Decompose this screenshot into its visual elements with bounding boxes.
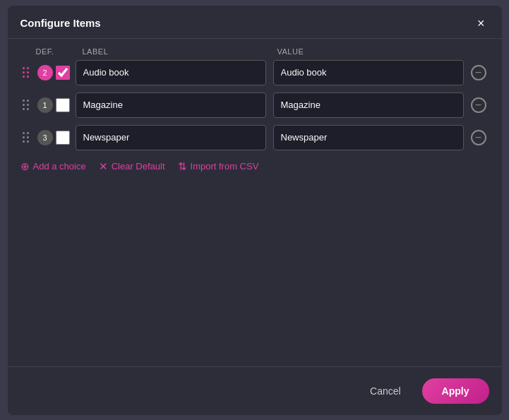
clear-icon: ✕ [99, 160, 108, 173]
drag-handle[interactable] [20, 132, 36, 143]
col-label-header: LABEL [61, 47, 272, 56]
drag-dot [23, 76, 25, 78]
dialog-header: Configure Items × [8, 6, 502, 39]
drag-handle-grid [23, 67, 31, 78]
drag-dot [23, 104, 25, 106]
drag-dot [23, 71, 25, 73]
drag-dot [23, 108, 25, 110]
clear-default-button[interactable]: ✕ Clear Default [99, 160, 165, 173]
row-number: 1 [37, 97, 53, 113]
remove-icon: − [471, 130, 486, 145]
drag-dot [27, 140, 29, 143]
remove-icon: − [471, 65, 486, 80]
drag-dot [27, 67, 29, 69]
import-icon: ⇅ [178, 160, 187, 173]
remove-button[interactable]: − [468, 62, 489, 83]
row-number: 2 [37, 65, 53, 80]
drag-dot [23, 140, 25, 143]
label-input[interactable] [76, 92, 266, 118]
remove-icon: − [471, 97, 486, 113]
drag-dot [27, 76, 29, 78]
label-input[interactable] [76, 60, 266, 85]
drag-handle[interactable] [20, 67, 36, 78]
add-icon: ⊕ [20, 160, 30, 173]
spacer [8, 271, 502, 366]
cancel-button[interactable]: Cancel [357, 378, 414, 404]
col-def-header: DEF. [36, 47, 61, 56]
drag-dot [27, 132, 29, 134]
default-checkbox[interactable] [56, 66, 70, 80]
remove-button[interactable]: − [468, 127, 489, 148]
col-value-header: VALUE [272, 47, 467, 56]
drag-dot [27, 104, 29, 106]
add-choice-button[interactable]: ⊕ Add a choice [20, 160, 86, 173]
import-csv-label: Import from CSV [191, 161, 259, 172]
value-input[interactable] [273, 92, 464, 118]
drag-dot [27, 71, 29, 73]
close-button[interactable]: × [473, 16, 489, 31]
drag-handle[interactable] [20, 100, 36, 111]
drag-dot [23, 136, 25, 138]
row-number: 3 [37, 130, 53, 145]
drag-handle-wrap [20, 132, 36, 143]
drag-dot [23, 132, 25, 134]
drag-dot [27, 108, 29, 110]
value-input[interactable] [273, 125, 464, 150]
dialog-footer: Cancel Apply [8, 366, 502, 415]
dialog-body: DEF. LABEL VALUE 2 [8, 39, 502, 271]
drag-handle-wrap [20, 100, 36, 111]
actions-row: ⊕ Add a choice ✕ Clear Default ⇅ Import … [20, 157, 489, 176]
value-input[interactable] [273, 60, 464, 85]
drag-dot [27, 136, 29, 138]
default-checkbox[interactable] [56, 131, 70, 145]
default-checkbox[interactable] [56, 98, 70, 112]
configure-items-dialog: Configure Items × DEF. LABEL VALUE [8, 6, 502, 415]
apply-button[interactable]: Apply [422, 378, 489, 404]
drag-dot [23, 67, 25, 69]
drag-handle-grid [23, 132, 31, 143]
dialog-title: Configure Items [20, 17, 101, 29]
clear-default-label: Clear Default [112, 161, 165, 172]
drag-handle-wrap [20, 67, 36, 78]
drag-dot [23, 100, 25, 102]
import-csv-button[interactable]: ⇅ Import from CSV [178, 160, 259, 173]
drag-dot [27, 100, 29, 102]
add-choice-label: Add a choice [33, 161, 86, 172]
table-row: 1 − [20, 92, 489, 118]
remove-button[interactable]: − [468, 95, 489, 116]
table-row: 2 − [20, 60, 489, 85]
label-input[interactable] [76, 125, 266, 150]
drag-handle-grid [23, 100, 31, 111]
table-row: 3 − [20, 125, 489, 150]
column-headers: DEF. LABEL VALUE [20, 47, 489, 60]
